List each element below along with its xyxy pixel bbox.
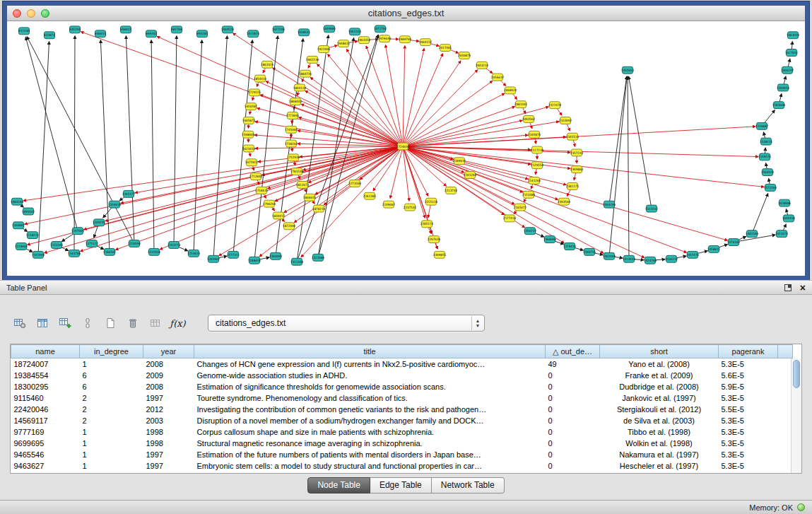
graph-node[interactable]: 958017 bbox=[120, 26, 131, 33]
graph-node[interactable]: 1095442 bbox=[22, 208, 35, 215]
graph-node[interactable]: 911546 bbox=[18, 28, 30, 35]
graph-node[interactable]: 1812073 bbox=[296, 181, 310, 188]
graph-node[interactable]: 2393504 bbox=[558, 198, 571, 205]
table-row[interactable]: 911546021997Tourette syndrome. Phenomeno… bbox=[11, 392, 793, 404]
graph-node[interactable]: 1072764 bbox=[374, 25, 387, 33]
graph-node[interactable]: 1038541 bbox=[298, 29, 311, 36]
graph-node[interactable]: 1141009 bbox=[32, 251, 45, 258]
table-cell[interactable]: Genome-wide association studies in ADHD. bbox=[194, 370, 546, 381]
graph-node[interactable]: 1458821 bbox=[707, 245, 721, 252]
graph-node[interactable]: 1752930 bbox=[287, 154, 300, 161]
graph-node[interactable]: 2261385 bbox=[363, 192, 377, 199]
graph-node[interactable]: 1549575 bbox=[758, 153, 772, 160]
graph-node[interactable]: 1118221 bbox=[26, 232, 40, 239]
graph-node[interactable]: 1379410 bbox=[563, 243, 577, 250]
graph-node[interactable]: 1675922 bbox=[245, 159, 259, 166]
graph-node[interactable]: 1209245 bbox=[93, 219, 106, 226]
graph-edge[interactable] bbox=[254, 36, 278, 258]
graph-node[interactable]: 1334033 bbox=[108, 201, 122, 208]
graph-node[interactable]: 1436132 bbox=[665, 255, 678, 262]
graph-node[interactable]: 1515542 bbox=[645, 205, 659, 212]
graph-node[interactable]: 1750631 bbox=[255, 187, 269, 194]
graph-node[interactable]: 1152344 bbox=[50, 242, 64, 249]
graph-node[interactable]: 1220590 bbox=[128, 240, 141, 247]
table-cell[interactable]: 18300295 bbox=[11, 381, 80, 392]
table-cell[interactable]: Estimation of significance thresholds fo… bbox=[194, 381, 546, 392]
graph-node[interactable]: 1061320 bbox=[348, 28, 362, 35]
table-row[interactable]: 1830029562008Estimation of significance … bbox=[11, 381, 793, 392]
graph-node[interactable]: 1175122 bbox=[86, 240, 99, 247]
graph-node[interactable]: 2225118 bbox=[425, 198, 438, 205]
graph-node[interactable]: 2068924 bbox=[504, 87, 517, 94]
table-cell[interactable]: 2003 bbox=[143, 415, 194, 426]
graph-node[interactable]: 1976648 bbox=[378, 35, 392, 42]
graph-node[interactable]: 1186567 bbox=[103, 248, 117, 255]
graph-edge[interactable] bbox=[779, 94, 782, 103]
graph-node[interactable]: 1651674 bbox=[775, 230, 789, 238]
table-cell[interactable]: 9699695 bbox=[11, 438, 80, 449]
table-cell[interactable]: 2 bbox=[80, 415, 143, 426]
tab-edge-table[interactable]: Edge Table bbox=[370, 477, 432, 493]
graph-node[interactable]: 1808443 bbox=[289, 98, 302, 105]
graph-node[interactable]: 2165072 bbox=[514, 204, 527, 211]
table-cell[interactable]: Corpus callosum shape and size in male p… bbox=[194, 426, 546, 438]
graph-edge[interactable] bbox=[27, 37, 133, 241]
graph-node[interactable]: 2381175 bbox=[566, 182, 579, 189]
graph-node[interactable]: 2081445 bbox=[514, 101, 528, 108]
close-window-button[interactable] bbox=[13, 9, 21, 18]
graph-edge[interactable] bbox=[157, 36, 400, 145]
graph-node[interactable]: 969342 bbox=[146, 30, 157, 37]
graph-edge[interactable] bbox=[405, 70, 478, 144]
graph-node[interactable]: 1989704 bbox=[399, 36, 412, 43]
graph-node[interactable]: 1413443 bbox=[623, 255, 636, 262]
graph-node[interactable]: 2321478 bbox=[548, 102, 562, 109]
table-scrollbar[interactable] bbox=[791, 358, 801, 473]
graph-node[interactable]: 2237542 bbox=[404, 204, 417, 211]
graph-node[interactable]: 1724036 bbox=[396, 143, 410, 150]
graph-node[interactable]: 1872400 bbox=[283, 223, 296, 230]
table-cell[interactable]: 2 bbox=[80, 392, 143, 404]
float-panel-icon[interactable] bbox=[784, 284, 792, 291]
graph-edge[interactable] bbox=[257, 108, 400, 146]
graph-node[interactable]: 2369860 bbox=[570, 166, 584, 173]
table-row[interactable]: 2242004622012Investigating the contribut… bbox=[11, 404, 793, 415]
graph-node[interactable]: 2117238 bbox=[531, 146, 544, 153]
table-cell[interactable]: 1998 bbox=[143, 426, 194, 438]
network-canvas[interactable]: 1724036186332418544101729155165058716058… bbox=[7, 21, 805, 276]
graph-node[interactable]: 1322689 bbox=[312, 254, 325, 261]
graph-node[interactable]: 1447476 bbox=[686, 251, 700, 258]
graph-edge[interactable] bbox=[610, 76, 627, 201]
graph-node[interactable]: 1729155 bbox=[248, 89, 261, 96]
table-cell[interactable]: Yano et al. (2008) bbox=[600, 358, 719, 370]
graph-node[interactable]: 1049985 bbox=[323, 25, 336, 33]
table-cell[interactable]: 0 bbox=[546, 449, 600, 460]
table-cell[interactable]: Disruption of a novel member of a sodium… bbox=[194, 415, 546, 426]
table-selector-dropdown[interactable]: citations_edges.txt ▲ ▼ bbox=[208, 315, 485, 332]
graph-node[interactable]: 1300004 bbox=[269, 252, 283, 259]
table-cell[interactable]: 2 bbox=[80, 404, 143, 415]
graph-node[interactable]: 981760 bbox=[171, 26, 182, 33]
table-cell[interactable]: 5.3E-5 bbox=[719, 426, 778, 438]
table-cell[interactable]: Tibbo et al. (1998) bbox=[600, 426, 719, 438]
graph-node[interactable]: 1004529 bbox=[221, 26, 235, 33]
table-cell[interactable]: 5.5E-5 bbox=[719, 404, 778, 415]
graph-edge[interactable] bbox=[151, 40, 154, 250]
graph-edge[interactable] bbox=[81, 147, 401, 251]
graph-edge[interactable] bbox=[213, 36, 227, 257]
delete-table-icon[interactable] bbox=[123, 315, 142, 332]
graph-node[interactable]: 1560920 bbox=[761, 169, 775, 176]
graph-node[interactable]: 1254623 bbox=[187, 250, 201, 257]
graph-node[interactable]: 2093562 bbox=[522, 116, 536, 123]
table-row[interactable]: 946554611997Estimation of the future num… bbox=[11, 449, 793, 460]
column-header[interactable]: pagerank bbox=[719, 345, 778, 358]
graph-edge[interactable] bbox=[385, 45, 402, 144]
graph-node[interactable]: 1628986 bbox=[778, 199, 792, 206]
table-cell[interactable]: 18724007 bbox=[11, 358, 80, 370]
table-cell[interactable]: Stergiakouli et al. (2012) bbox=[600, 404, 719, 415]
graph-node[interactable]: 1846655 bbox=[303, 194, 317, 201]
table-cell[interactable]: Jankovic et al. (1997) bbox=[600, 392, 719, 404]
zoom-window-button[interactable] bbox=[41, 9, 49, 18]
table-cell[interactable]: 1 bbox=[80, 449, 143, 460]
graph-edge[interactable] bbox=[404, 48, 424, 144]
graph-node[interactable]: 1598003 bbox=[242, 131, 255, 138]
